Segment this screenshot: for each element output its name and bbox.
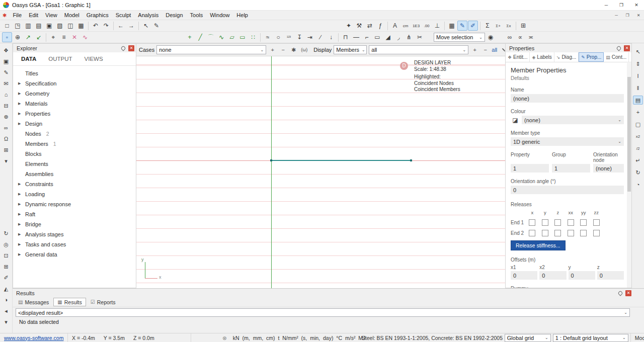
properties-scrollbar[interactable] (627, 63, 631, 288)
straighten-button[interactable]: — (351, 32, 361, 42)
scrollbar-thumb[interactable] (627, 77, 631, 192)
mdi-restore-button[interactable]: ❐ (622, 11, 633, 19)
node-1[interactable] (270, 159, 272, 161)
globe-button[interactable]: ◉ (486, 32, 496, 42)
explorer-close-icon[interactable]: ✕ (128, 45, 134, 51)
tree-item-tasks-and-cases[interactable]: ▶Tasks and cases (13, 239, 136, 249)
case-minus-button[interactable]: − (279, 46, 287, 54)
end2-yy-checkbox[interactable] (580, 230, 587, 236)
function-button[interactable]: ƒ (375, 21, 385, 31)
analysis-case-icon[interactable]: ✱ (289, 46, 298, 54)
copy-button[interactable]: ▣ (44, 21, 54, 31)
menu-design[interactable]: Design (162, 11, 186, 20)
disconnect-button[interactable]: ✂ (415, 32, 425, 42)
polyline-select-button[interactable]: ∿ (80, 32, 90, 42)
drop-nodes-button[interactable]: ↓ (326, 32, 336, 42)
zoom-window-icon[interactable]: ⊡ (2, 251, 11, 260)
decimals-button[interactable]: .00 (422, 21, 432, 31)
globe-view-icon[interactable]: ⊕ (2, 112, 11, 121)
fillet-button[interactable]: ◞ (393, 32, 404, 42)
shading-icon[interactable]: ◑ (2, 295, 11, 304)
menu-file[interactable]: File (9, 11, 25, 20)
tree-item-elements[interactable]: Elements (13, 159, 136, 169)
sum-x-button[interactable]: Σx (504, 21, 514, 31)
tree-item-members[interactable]: Members1 (13, 139, 136, 149)
dynamic-response-icon[interactable]: (ω) (300, 46, 308, 54)
tree-item-analysis-stages[interactable]: ▶Analysis stages (13, 229, 136, 239)
add-arc-button[interactable]: ⌒ (206, 32, 216, 42)
format-brush-button[interactable]: ✎ (151, 21, 162, 31)
sketch-icon[interactable]: ✎ (2, 68, 11, 77)
tree-item-dynamic-response[interactable]: ▶Dynamic response (13, 199, 136, 209)
return-icon[interactable]: ↵ (633, 156, 643, 165)
release-stiffness-button[interactable]: Release stiffness... (511, 240, 566, 250)
select-back-button[interactable]: ↙ (34, 32, 44, 42)
property-field[interactable]: 1 (511, 164, 549, 173)
member-1[interactable] (271, 160, 411, 161)
undo-button[interactable]: ↶ (91, 21, 101, 31)
set-square-icon[interactable]: ◭ (2, 284, 11, 293)
refresh-button[interactable]: ⇄ (365, 21, 375, 31)
node-cursor-button[interactable]: ⌖ (48, 32, 58, 42)
join-button[interactable]: ⇥ (305, 32, 315, 42)
add-point-icon[interactable]: + (633, 108, 643, 117)
colour-dropdown[interactable]: (none) ⌄ (522, 116, 624, 124)
tree-item-geometry[interactable]: ▶Geometry (13, 89, 136, 99)
tab-entities[interactable]: ❖Entit... (506, 52, 530, 62)
list-select-button[interactable]: ≡ (59, 32, 69, 42)
delete-selection-button[interactable]: ✕ (69, 32, 79, 42)
scroll-left-icon[interactable]: ◂ (2, 306, 11, 315)
offset-x1-field[interactable]: 0 (511, 271, 537, 280)
orientation-node-field[interactable]: (none) (593, 164, 624, 173)
tree-item-bridge[interactable]: ▶Bridge (13, 219, 136, 229)
split-button[interactable]: ⋔ (404, 32, 414, 42)
select-cursor-button[interactable]: ↖ (141, 21, 151, 31)
tab-contours[interactable]: ▤Cont... (604, 52, 629, 62)
pin-icon[interactable] (617, 290, 623, 296)
blocks-icon[interactable]: ⊞ (2, 145, 11, 154)
tree-item-design[interactable]: ▶Design (13, 119, 136, 129)
tree-item-loading[interactable]: ▶Loading (13, 189, 136, 199)
end1-x-checkbox[interactable] (529, 219, 535, 226)
menu-view[interactable]: View (42, 11, 61, 20)
rotate-icon[interactable]: ↻ (633, 168, 643, 177)
forward-button[interactable]: → (126, 21, 136, 31)
scientific-notation-button[interactable]: 1E3 (411, 21, 421, 31)
flatten-button[interactable]: ⊓ (341, 32, 351, 42)
chart-view-button[interactable]: ◫ (65, 21, 75, 31)
end1-y-checkbox[interactable] (542, 219, 548, 226)
move-selection-dropdown[interactable]: Move selection ⌄ (434, 33, 485, 42)
pin-icon[interactable] (616, 45, 621, 51)
scale-icon[interactable]: ✐ (2, 273, 11, 282)
save-button[interactable]: ▥ (23, 21, 33, 31)
properties-close-icon[interactable]: ✕ (624, 45, 630, 51)
add-area-button[interactable]: ▱ (227, 32, 237, 42)
open-file-button[interactable]: ◳ (13, 21, 23, 31)
menu-help[interactable]: Help (233, 11, 252, 20)
cube-views-icon[interactable]: ⊞ (2, 262, 11, 271)
tree-item-raft[interactable]: ▶Raft (13, 209, 136, 219)
tab-views[interactable]: VIEWS (85, 56, 103, 62)
display-dropdown[interactable]: Members ⌄ (334, 45, 367, 54)
views-icon[interactable]: ❖ (2, 46, 11, 55)
display-filter-dropdown[interactable]: all ⌄ (369, 45, 468, 54)
display-minus-button[interactable]: − (481, 46, 490, 54)
end2-zz-checkbox[interactable] (593, 230, 600, 236)
section-icon[interactable]: ▤ (633, 96, 643, 105)
menu-tools[interactable]: Tools (187, 11, 207, 20)
tab-output[interactable]: OUTPUT (48, 56, 72, 62)
select-forward-button[interactable]: ↗ (23, 32, 33, 42)
dimension-icon[interactable]: ⇕ (633, 59, 643, 68)
print-button[interactable]: ▤ (34, 21, 44, 31)
tree-item-assemblies[interactable]: Assemblies (13, 169, 136, 179)
sculpt-hammer-button[interactable]: ⚒ (354, 21, 364, 31)
edit-pencil-button[interactable]: ✎ (457, 21, 467, 31)
maximize-button[interactable]: ❐ (614, 0, 629, 10)
anchor-button[interactable]: ↧ (294, 32, 304, 42)
scale-half-icon[interactable]: /2 (633, 144, 643, 153)
menu-sculpt[interactable]: Sculpt (112, 11, 135, 20)
copy-view-icon[interactable]: ▣ (2, 57, 11, 66)
tree-item-titles[interactable]: Titles (13, 68, 136, 78)
end1-z-checkbox[interactable] (554, 219, 561, 226)
sum-add-button[interactable]: Σ+ (493, 21, 503, 31)
